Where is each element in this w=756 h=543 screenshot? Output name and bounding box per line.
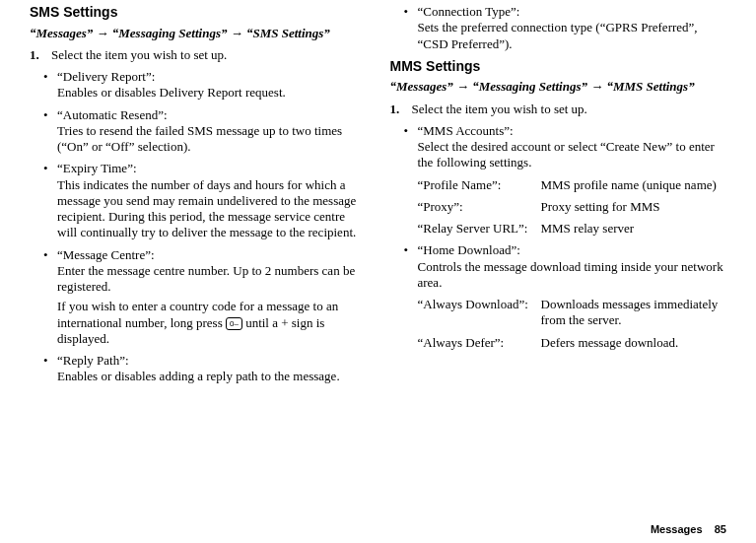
footer-label: Messages	[651, 523, 703, 535]
auto-resend-title: “Automatic Resend”:	[57, 107, 168, 122]
sms-settings-heading: SMS Settings	[30, 4, 367, 22]
step-text: Select the item you wish to set up.	[51, 47, 227, 63]
message-centre-body: Enter the message centre number. Up to 2…	[57, 263, 355, 294]
proxy-value: Proxy setting for MMS	[541, 199, 727, 215]
bullet-dot: •	[43, 107, 57, 156]
profile-name-label: “Profile Name”:	[418, 177, 541, 193]
relay-server-label: “Relay Server URL”:	[418, 221, 541, 237]
always-download-value: Downloads messages immediately from the …	[541, 297, 727, 329]
profile-name-value: MMS profile name (unique name)	[541, 177, 727, 193]
sms-settings-path: “Messages” → “Messaging Settings” → “SMS…	[30, 26, 367, 41]
mms-accounts-body: Select the desired account or select “Cr…	[418, 139, 715, 170]
always-defer-value: Defers message download.	[541, 335, 727, 351]
reply-path-title: “Reply Path”:	[57, 353, 129, 368]
delivery-report-body: Enables or disables Delivery Report requ…	[57, 85, 286, 100]
message-centre-title: “Message Centre”:	[57, 247, 155, 262]
bullet-dot: •	[404, 242, 418, 291]
bullet-dot: •	[43, 69, 57, 102]
bullet-dot: •	[43, 247, 57, 296]
mms-settings-path: “Messages” → “Messaging Settings” → “MMS…	[390, 79, 727, 95]
step-number: 1.	[30, 47, 51, 63]
connection-type-title: “Connection Type”:	[418, 4, 520, 19]
mms-settings-heading: MMS Settings	[390, 58, 727, 76]
bullet-dot: •	[43, 353, 57, 385]
expiry-time-body: This indicates the number of days and ho…	[57, 177, 356, 240]
reply-path-body: Enables or disables adding a reply path …	[57, 369, 340, 383]
zero-key-icon: 0–	[226, 317, 242, 330]
step-text: Select the item you wish to set up.	[412, 102, 587, 117]
mms-accounts-title: “MMS Accounts”:	[418, 123, 514, 138]
auto-resend-body: Tries to resend the failed SMS message u…	[57, 123, 342, 154]
always-download-label: “Always Download”:	[418, 297, 541, 329]
relay-server-value: MMS relay server	[541, 221, 727, 237]
bullet-dot: •	[404, 4, 418, 52]
always-defer-label: “Always Defer”:	[418, 335, 541, 351]
footer-page-number: 85	[715, 523, 726, 535]
proxy-label: “Proxy”:	[418, 199, 541, 215]
delivery-report-title: “Delivery Report”:	[57, 69, 155, 84]
step-number: 1.	[390, 102, 412, 117]
page-footer: Messages 85	[651, 523, 726, 535]
connection-type-body: Sets the preferred connection type (“GPR…	[418, 20, 698, 50]
home-download-body: Controls the message download timing ins…	[418, 259, 723, 290]
home-download-title: “Home Download”:	[418, 242, 520, 257]
message-centre-extra: If you wish to enter a country code for …	[57, 299, 367, 347]
expiry-time-title: “Expiry Time”:	[57, 161, 137, 175]
bullet-dot: •	[43, 161, 57, 240]
bullet-dot: •	[404, 123, 418, 171]
